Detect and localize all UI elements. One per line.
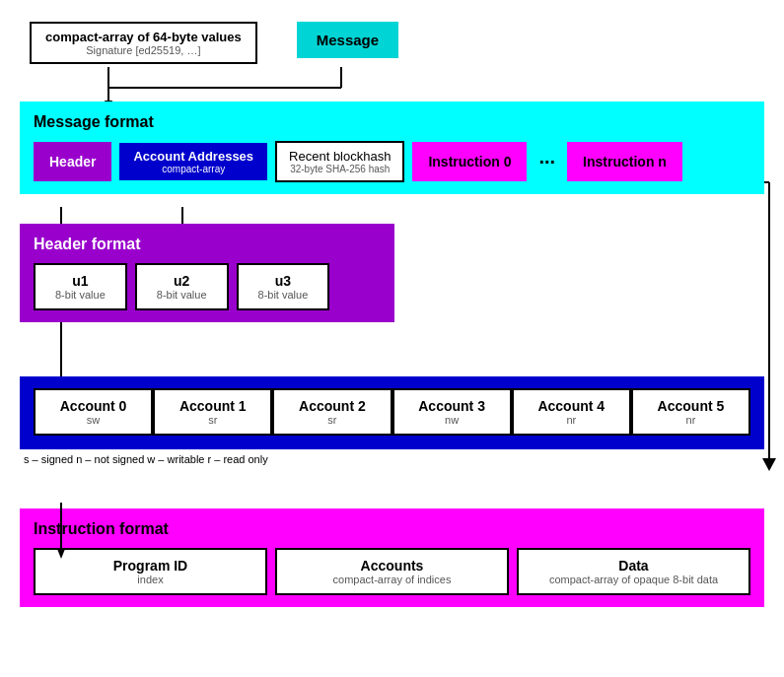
header-label: Header <box>49 154 96 169</box>
instruction0-label: Instruction 0 <box>428 154 511 169</box>
message-label: Message <box>317 32 379 48</box>
header-items: u1 8-bit value u2 8-bit value u3 8-bit v… <box>34 263 381 310</box>
instr-box-2: Data compact-array of opaque 8-bit data <box>517 548 750 595</box>
account-addresses-sub: compact-array <box>133 164 253 174</box>
instructionn-label: Instruction n <box>583 154 667 169</box>
account-box-3: Account 3 nw <box>392 388 512 436</box>
account1-label: Account 1 <box>165 398 260 414</box>
instructionn-pill: Instruction n <box>567 142 682 181</box>
account0-label: Account 0 <box>45 398 141 414</box>
u1-label: u1 <box>55 273 106 289</box>
account-addresses-label: Account Addresses <box>133 149 253 164</box>
instr-box-1: Accounts compact-array of indices <box>275 548 509 595</box>
instruction0-pill: Instruction 0 <box>412 142 527 181</box>
account-addresses-pill: Account Addresses compact-array <box>119 143 267 180</box>
account4-sub: nr <box>524 414 619 426</box>
message-box: Message <box>297 22 398 58</box>
message-format-section: Message format Header Account Addresses … <box>20 102 764 194</box>
instr0-sub: index <box>45 574 255 585</box>
instr2-label: Data <box>529 558 739 574</box>
blockhash-label: Recent blockhash <box>289 149 391 164</box>
instr2-sub: compact-array of opaque 8-bit data <box>529 574 739 585</box>
account1-sub: sr <box>165 414 260 426</box>
u1-sub: 8-bit value <box>55 289 106 301</box>
blockhash-box: Recent blockhash 32-byte SHA-256 hash <box>275 141 404 182</box>
account2-sub: sr <box>284 414 380 426</box>
account-box-4: Account 4 nr <box>512 388 631 436</box>
instr0-label: Program ID <box>45 558 255 574</box>
header-format-section: Header format u1 8-bit value u2 8-bit va… <box>20 224 394 322</box>
instr1-sub: compact-array of indices <box>287 574 497 585</box>
instruction-items: Program ID index Accounts compact-array … <box>34 548 750 595</box>
account-box-1: Account 1 sr <box>153 388 272 436</box>
compact-array-sub: Signature [ed25519, …] <box>45 44 242 56</box>
account3-label: Account 3 <box>404 398 500 414</box>
message-format-items: Header Account Addresses compact-array R… <box>34 141 750 182</box>
u3-sub: 8-bit value <box>258 289 309 301</box>
u1-box: u1 8-bit value <box>34 263 127 310</box>
account4-label: Account 4 <box>524 398 619 414</box>
compact-array-label: compact-array of 64-byte values <box>45 30 242 44</box>
account5-sub: nr <box>643 414 739 426</box>
account-section: Account 0 sw Account 1 sr Account 2 sr A… <box>20 376 764 449</box>
u3-label: u3 <box>258 273 309 289</box>
account-box-2: Account 2 sr <box>272 388 392 436</box>
compact-array-box: compact-array of 64-byte values Signatur… <box>30 22 257 64</box>
header-pill: Header <box>34 142 111 181</box>
header-format-title: Header format <box>34 236 381 253</box>
instruction-format-section: Instruction format Program ID index Acco… <box>20 508 764 607</box>
message-format-title: Message format <box>34 113 750 131</box>
account-box-0: Account 0 sw <box>34 388 153 436</box>
account-items: Account 0 sw Account 1 sr Account 2 sr A… <box>34 388 750 436</box>
account2-label: Account 2 <box>284 398 380 414</box>
dots: ··· <box>535 151 559 173</box>
legend: s – signed n – not signed w – writable r… <box>22 453 762 465</box>
account5-label: Account 5 <box>643 398 739 414</box>
instruction-format-title: Instruction format <box>34 520 750 538</box>
diagram: u1 u2 u3 compact-array of 64-byte values… <box>0 0 784 617</box>
u3-box: u3 8-bit value <box>237 263 330 310</box>
instr1-label: Accounts <box>287 558 497 574</box>
u2-sub: 8-bit value <box>157 289 207 301</box>
account3-sub: nw <box>404 414 500 426</box>
u2-label: u2 <box>157 273 207 289</box>
u2-box: u2 8-bit value <box>135 263 229 310</box>
account-box-5: Account 5 nr <box>631 388 750 436</box>
instr-box-0: Program ID index <box>34 548 267 595</box>
account0-sub: sw <box>45 414 141 426</box>
blockhash-sub: 32-byte SHA-256 hash <box>289 164 391 174</box>
